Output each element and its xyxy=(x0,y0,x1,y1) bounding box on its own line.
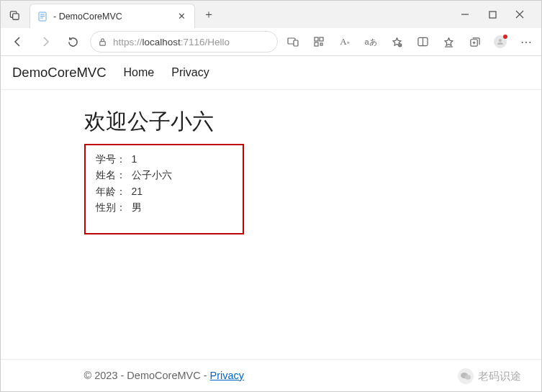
value-gender: 男 xyxy=(132,199,142,215)
svg-rect-14 xyxy=(320,37,323,41)
svg-rect-7 xyxy=(489,12,496,18)
nav-home[interactable]: Home xyxy=(124,66,155,79)
svg-rect-10 xyxy=(100,41,105,45)
row-id: 学号： 1 xyxy=(96,151,232,167)
close-tab-icon[interactable]: ✕ xyxy=(176,11,187,22)
back-button[interactable] xyxy=(8,32,28,52)
svg-point-28 xyxy=(465,375,471,379)
label-age: 年龄： xyxy=(96,183,127,199)
new-tab-button[interactable]: ＋ xyxy=(198,4,220,25)
star-icon[interactable] xyxy=(389,34,405,50)
text-size-icon[interactable]: A» xyxy=(337,34,353,50)
svg-point-26 xyxy=(499,39,502,42)
row-age: 年龄： 21 xyxy=(96,183,232,199)
tab-actions-icon[interactable] xyxy=(5,5,24,24)
svg-rect-13 xyxy=(315,37,318,41)
watermark-text: 老码识途 xyxy=(478,370,521,383)
label-name: 姓名： xyxy=(96,167,127,183)
student-info-box: 学号： 1 姓名： 公子小六 年龄： 21 性别： 男 xyxy=(84,144,244,234)
browser-tab-strip: - DemoCoreMVC ✕ ＋ xyxy=(1,1,541,28)
label-gender: 性别： xyxy=(96,199,127,215)
row-name: 姓名： 公子小六 xyxy=(96,167,232,183)
window-controls xyxy=(458,7,537,22)
close-window-button[interactable] xyxy=(512,7,527,22)
page-title: 欢迎公子小六 xyxy=(84,107,459,137)
lock-icon xyxy=(98,37,107,47)
browser-toolbar: https://localhost:7116/Hello A» aあ ⋯ xyxy=(1,28,541,55)
value-id: 1 xyxy=(132,151,137,167)
site-header: DemoCoreMVC Home Privacy xyxy=(1,56,541,90)
responsive-icon[interactable] xyxy=(285,34,301,50)
svg-rect-15 xyxy=(315,42,318,46)
minimize-button[interactable] xyxy=(458,7,472,22)
tab-title: - DemoCoreMVC xyxy=(53,12,122,22)
main-content: 欢迎公子小六 学号： 1 姓名： 公子小六 年龄： 21 性别： 男 xyxy=(84,90,459,359)
row-gender: 性别： 男 xyxy=(96,199,232,215)
site-footer: © 2023 - DemoCoreMVC - Privacy 老码识途 xyxy=(1,359,541,392)
nav-privacy[interactable]: Privacy xyxy=(171,66,209,79)
brand-link[interactable]: DemoCoreMVC xyxy=(12,65,107,81)
value-name: 公子小六 xyxy=(132,167,172,183)
toolbar-icons: A» aあ ⋯ xyxy=(285,34,534,50)
translate-icon[interactable]: aあ xyxy=(363,34,379,50)
url-text: https://localhost:7116/Hello xyxy=(113,37,230,47)
favorites-icon[interactable] xyxy=(441,34,456,50)
qr-icon[interactable] xyxy=(311,34,327,50)
watermark: 老码识途 xyxy=(458,368,521,384)
value-age: 21 xyxy=(132,183,143,199)
footer-privacy-link[interactable]: Privacy xyxy=(210,370,245,381)
svg-rect-1 xyxy=(12,13,18,19)
favicon-icon xyxy=(37,12,48,22)
label-id: 学号： xyxy=(96,151,127,167)
address-bar[interactable]: https://localhost:7116/Hello xyxy=(90,31,278,53)
browser-tab-active[interactable]: - DemoCoreMVC ✕ xyxy=(30,4,195,28)
refresh-button[interactable] xyxy=(63,32,83,52)
svg-rect-12 xyxy=(294,40,298,46)
more-icon[interactable]: ⋯ xyxy=(518,34,534,50)
collections-icon[interactable] xyxy=(466,34,482,50)
split-screen-icon[interactable] xyxy=(415,34,430,50)
profile-icon[interactable] xyxy=(492,34,508,50)
page-viewport: DemoCoreMVC Home Privacy 欢迎公子小六 学号： 1 姓名… xyxy=(1,56,541,392)
forward-button xyxy=(35,32,55,52)
svg-rect-16 xyxy=(320,43,322,45)
footer-copyright: © 2023 - DemoCoreMVC - xyxy=(84,370,210,381)
wechat-icon xyxy=(458,368,474,384)
maximize-button[interactable] xyxy=(485,7,500,22)
